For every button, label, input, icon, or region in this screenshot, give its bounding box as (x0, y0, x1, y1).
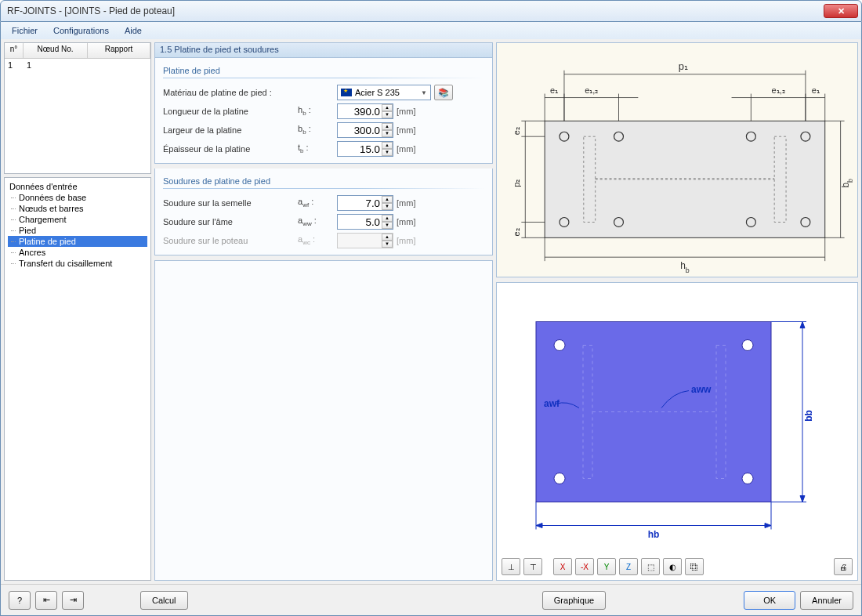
row-thickness: Épaisseur de la platine tb : ▲▼ [mm] (163, 140, 484, 158)
svg-text:awf: awf (544, 398, 560, 409)
material-library-button[interactable]: 📚 (434, 85, 453, 100)
cell-node: 1 (24, 59, 88, 71)
right-pane: p₁ e₁ e₁,₂ e₁,₂ e₁ e₂ p₂ e₂ bb hb (496, 42, 858, 581)
thick-symbol: tb : (298, 143, 334, 154)
view-iso-button[interactable]: ⬚ (641, 558, 660, 575)
menu-help[interactable]: Aide (118, 24, 148, 37)
unit-label: [mm] (397, 107, 423, 116)
col-node[interactable]: Nœud No. (24, 43, 88, 58)
unit-label: [mm] (397, 125, 423, 135)
tree-root[interactable]: Données d'entrée (8, 181, 147, 192)
negx-axis-icon: -X (581, 563, 589, 571)
group-welds: Soudures de platine de pied Soudure sur … (154, 168, 493, 255)
view-x-button[interactable]: X (553, 558, 572, 575)
unit-label: [mm] (397, 217, 423, 226)
group-baseplate: Platine de pied Matériau de platine de p… (154, 58, 493, 164)
svg-marker-63 (800, 322, 805, 328)
empty-panel (154, 260, 493, 581)
render-view[interactable]: awf aww hb bb (496, 282, 858, 581)
svg-text:e₁: e₁ (550, 85, 558, 95)
export-icon: ⇥ (70, 595, 77, 605)
spinner-buttons[interactable]: ▲▼ (382, 215, 393, 229)
menubar: Fichier Configurations Aide (0, 22, 862, 39)
svg-text:e₁,₂: e₁,₂ (772, 85, 785, 95)
tree-item-foot[interactable]: Pied (8, 225, 147, 236)
graphic-button[interactable]: Graphique (542, 591, 606, 610)
svg-marker-59 (765, 524, 771, 528)
view-btn-2[interactable]: ⊤ (523, 558, 542, 575)
svg-text:e₂: e₂ (512, 228, 521, 236)
help-button[interactable]: ? (9, 591, 31, 610)
print-button[interactable]: 🖨 (834, 558, 853, 575)
svg-text:bb: bb (840, 179, 854, 188)
column-weld-symbol: awc : (298, 234, 334, 246)
view-transparency-button[interactable]: ◐ (663, 558, 682, 575)
grid-header: n° Nœud No. Rapport (5, 43, 150, 59)
flange-weld-label: Soudure sur la semelle (163, 198, 295, 208)
cancel-button[interactable]: Annuler (800, 591, 853, 610)
panel-header: 1.5 Platine de pied et soudures (154, 42, 493, 58)
divider (163, 78, 484, 78)
spinner-buttons: ▲▼ (382, 234, 393, 248)
y-axis-icon: Y (604, 563, 610, 571)
nav-tree[interactable]: Données d'entrée Données de base Nœuds e… (4, 177, 151, 581)
web-weld-label: Soudure sur l'âme (163, 217, 295, 226)
row-length: Longueur de la platine hb : ▲▼ [mm] (163, 102, 484, 121)
material-select[interactable]: Acier S 235 ▼ (337, 85, 431, 100)
export-button[interactable]: ⇥ (62, 591, 84, 610)
x-axis-icon: X (560, 563, 566, 571)
view-copy-button[interactable]: ⿻ (685, 558, 704, 575)
menu-configurations[interactable]: Configurations (47, 24, 115, 37)
tree-item-shear[interactable]: Transfert du cisaillement (8, 258, 147, 269)
spinner-buttons[interactable]: ▲▼ (382, 142, 393, 156)
library-icon: 📚 (438, 88, 449, 98)
spinner-buttons[interactable]: ▲▼ (382, 196, 393, 210)
view-btn-1[interactable]: ⊥ (502, 558, 520, 575)
tree-item-baseplate[interactable]: Platine de pied (8, 236, 147, 247)
ok-button[interactable]: OK (744, 591, 795, 610)
tree-item-loading[interactable]: Chargement (8, 214, 147, 225)
row-weld-web: Soudure sur l'âme aww : ▲▼ [mm] (163, 212, 484, 231)
case-grid[interactable]: n° Nœud No. Rapport 1 1 (4, 42, 151, 174)
svg-text:e₁,₂: e₁,₂ (585, 85, 598, 95)
view-negx-button[interactable]: -X (575, 558, 594, 575)
col-n[interactable]: n° (5, 43, 24, 58)
row-width: Largeur de la platine bb : ▲▼ [mm] (163, 121, 484, 140)
unit-label: [mm] (397, 198, 423, 208)
grid-row[interactable]: 1 1 (5, 59, 150, 71)
svg-text:e₁: e₁ (812, 85, 820, 95)
row-material: Matériau de platine de pied : Acier S 23… (163, 83, 484, 102)
spinner-buttons[interactable]: ▲▼ (382, 123, 393, 137)
tree-item-anchors[interactable]: Ancres (8, 247, 147, 258)
view-y-button[interactable]: Y (597, 558, 616, 575)
window-close-button[interactable]: ✕ (824, 4, 858, 18)
import-button[interactable]: ⇤ (35, 591, 57, 610)
footer-bar: ? ⇤ ⇥ Calcul Graphique OK Annuler (1, 584, 861, 615)
width-symbol: bb : (298, 124, 334, 136)
width-label: Largeur de la platine (163, 125, 295, 135)
cube-icon: ⬚ (647, 563, 654, 571)
svg-point-50 (742, 340, 753, 351)
svg-point-49 (554, 340, 565, 351)
svg-text:hb: hb (680, 260, 690, 274)
svg-text:p₂: p₂ (512, 179, 521, 187)
material-label: Matériau de platine de pied : (163, 88, 295, 97)
printer-icon: 🖨 (839, 563, 847, 571)
menu-file[interactable]: Fichier (5, 24, 44, 37)
calculate-button[interactable]: Calcul (140, 591, 188, 610)
svg-text:aww: aww (691, 384, 712, 395)
unit-label: [mm] (397, 236, 423, 245)
svg-rect-45 (536, 322, 771, 502)
column-weld-label: Soudure sur le poteau (163, 236, 295, 245)
content-area: n° Nœud No. Rapport 1 1 Données d'entrée… (1, 39, 861, 584)
spinner-buttons[interactable]: ▲▼ (382, 104, 393, 118)
view-toolbar: ⊥ ⊤ X -X Y Z ⬚ ◐ ⿻ 🖨 (502, 558, 853, 575)
tree-item-nodes[interactable]: Nœuds et barres (8, 203, 147, 214)
length-symbol: hb : (298, 105, 334, 117)
view-z-button[interactable]: Z (619, 558, 638, 575)
titlebar: RF-JOINTS - [JOINTS - Pied de poteau] ✕ (0, 0, 862, 22)
divider (163, 188, 484, 189)
col-report[interactable]: Rapport (88, 43, 150, 58)
tree-item-base-data[interactable]: Données de base (8, 192, 147, 203)
svg-text:p₁: p₁ (679, 60, 688, 72)
